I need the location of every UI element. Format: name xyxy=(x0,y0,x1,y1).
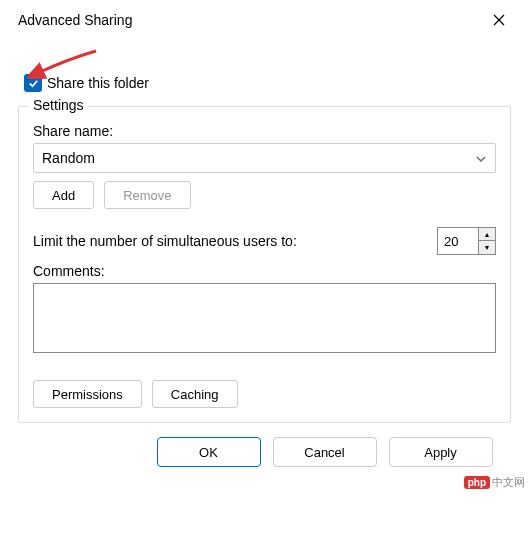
spinner-down-button[interactable]: ▼ xyxy=(479,241,495,254)
watermark-text: 中文网 xyxy=(492,475,525,490)
share-folder-row: Share this folder xyxy=(24,74,511,92)
watermark: php 中文网 xyxy=(464,475,525,490)
dialog-buttons: OK Cancel Apply xyxy=(138,437,511,467)
permissions-caching-row: Permissions Caching xyxy=(33,380,496,408)
chevron-down-icon xyxy=(475,150,487,166)
ok-button[interactable]: OK xyxy=(157,437,261,467)
permissions-button[interactable]: Permissions xyxy=(33,380,142,408)
share-name-value: Random xyxy=(42,150,95,166)
close-icon xyxy=(493,14,505,26)
settings-group: Settings Share name: Random Add Remove L… xyxy=(18,106,511,423)
comments-textarea[interactable] xyxy=(33,283,496,353)
limit-users-label: Limit the number of simultaneous users t… xyxy=(33,233,297,249)
remove-button: Remove xyxy=(104,181,190,209)
share-folder-checkbox[interactable] xyxy=(24,74,42,92)
share-name-buttons: Add Remove xyxy=(33,181,496,209)
share-name-select[interactable]: Random xyxy=(33,143,496,173)
check-icon xyxy=(28,78,39,89)
apply-button[interactable]: Apply xyxy=(389,437,493,467)
settings-legend: Settings xyxy=(29,97,88,113)
caching-button[interactable]: Caching xyxy=(152,380,238,408)
share-folder-label: Share this folder xyxy=(47,75,149,91)
limit-users-spinner[interactable]: ▲ ▼ xyxy=(437,227,496,255)
share-name-label: Share name: xyxy=(33,123,496,139)
add-button[interactable]: Add xyxy=(33,181,94,209)
limit-users-input[interactable] xyxy=(438,228,478,254)
dialog-content: Share this folder Settings Share name: R… xyxy=(0,40,529,477)
cancel-button[interactable]: Cancel xyxy=(273,437,377,467)
titlebar: Advanced Sharing xyxy=(0,0,529,40)
limit-users-row: Limit the number of simultaneous users t… xyxy=(33,227,496,255)
spinner-up-button[interactable]: ▲ xyxy=(479,228,495,241)
close-button[interactable] xyxy=(483,6,515,34)
dialog-title: Advanced Sharing xyxy=(18,12,132,28)
watermark-badge: php xyxy=(464,476,490,489)
comments-label: Comments: xyxy=(33,263,496,279)
spinner-buttons: ▲ ▼ xyxy=(478,228,495,254)
